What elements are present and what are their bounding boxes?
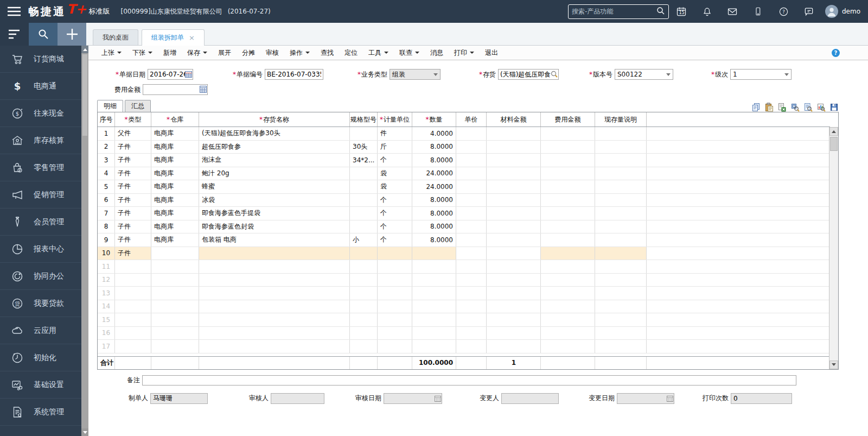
doc-preview-icon[interactable]	[803, 103, 813, 112]
toolbar-item-8[interactable]: 操作	[284, 48, 315, 58]
cell-col10[interactable]	[541, 220, 595, 233]
cell-col11[interactable]	[595, 167, 647, 180]
batch-lookup-icon[interactable]	[790, 103, 800, 112]
cell-qty[interactable]: 8.0000	[412, 220, 456, 233]
global-search-input[interactable]	[572, 8, 656, 15]
cell-seq[interactable]: 2	[98, 141, 115, 154]
cell-seq[interactable]: 10	[98, 247, 115, 260]
sidebar-item-settings[interactable]: 基础设置	[0, 371, 81, 399]
toolbar-item-10[interactable]: 定位	[339, 48, 363, 58]
toolbar-item-15[interactable]: 退出	[480, 48, 503, 58]
cell-unit[interactable]: 袋	[378, 167, 412, 180]
doc-number-input[interactable]	[265, 69, 323, 80]
cell-warehouse[interactable]: 电商库	[151, 233, 199, 247]
cell-col9[interactable]	[487, 127, 541, 140]
cell-seq[interactable]: 5	[98, 180, 115, 193]
cell-type[interactable]: 子件	[115, 194, 151, 207]
scroll-down-icon[interactable]	[829, 361, 838, 369]
cell-qty[interactable]: 8.0000	[412, 207, 456, 220]
cell-unit[interactable]: 个	[378, 233, 412, 247]
cell-warehouse[interactable]: 电商库	[151, 180, 199, 193]
cell-col10[interactable]	[541, 127, 595, 140]
calendar-icon[interactable]: 15	[669, 6, 694, 17]
cell-col10[interactable]	[541, 207, 595, 220]
inventory-input[interactable]	[498, 69, 559, 80]
toolbar-item-14[interactable]: 打印	[449, 48, 480, 58]
scroll-up-icon[interactable]	[81, 46, 88, 53]
scroll-up-icon[interactable]	[829, 127, 838, 136]
cell-col8[interactable]	[456, 127, 487, 140]
cell-col8[interactable]	[456, 154, 487, 167]
grid-scrollbar[interactable]	[829, 127, 838, 369]
cell-warehouse[interactable]: 电商库	[151, 127, 199, 140]
cell-seq[interactable]: 3	[98, 154, 115, 167]
tab-assembly-order[interactable]: 组装拆卸单 ×	[142, 29, 205, 46]
cell-type[interactable]: 子件	[115, 233, 151, 247]
cell-spec[interactable]: 小	[350, 233, 378, 247]
hamburger-menu-icon[interactable]	[0, 6, 28, 17]
sidebar-item-collaboration[interactable]: 协同办公	[0, 263, 81, 290]
cell-seq[interactable]: 6	[98, 194, 115, 207]
version-select[interactable]: S00122	[615, 69, 673, 80]
cell-col11[interactable]	[595, 141, 647, 154]
sidebar-item-ecommerce[interactable]: $电商通	[0, 73, 81, 100]
cell-qty[interactable]	[412, 247, 456, 260]
cell-type[interactable]: 子件	[115, 141, 151, 154]
cell-type[interactable]: 子件	[115, 207, 151, 220]
cell-type[interactable]: 子件	[115, 167, 151, 180]
cell-type[interactable]: 子件	[115, 180, 151, 193]
cell-name[interactable]: 超低压即食参	[199, 141, 350, 154]
cell-type[interactable]: 父件	[115, 127, 151, 140]
cell-unit[interactable]: 袋	[378, 180, 412, 193]
cell-warehouse[interactable]: 电商库	[151, 207, 199, 220]
cell-qty[interactable]: 8.0000	[412, 194, 456, 207]
cell-seq[interactable]: 1	[98, 127, 115, 140]
nav-search-icon[interactable]	[29, 23, 58, 46]
toolbar-item-1[interactable]: 上张	[96, 48, 127, 58]
cell-col9[interactable]	[487, 247, 541, 260]
cell-unit[interactable]: 个	[378, 154, 412, 167]
level-select[interactable]: 1	[730, 69, 792, 80]
cell-name[interactable]: 泡沫盒	[199, 154, 350, 167]
cell-qty[interactable]: 8.0000	[412, 154, 456, 167]
cell-col9[interactable]	[487, 207, 541, 220]
date-picker-icon[interactable]	[185, 71, 192, 79]
toolbar-item-9[interactable]: 查找	[315, 48, 339, 58]
mobile-icon[interactable]	[745, 6, 771, 17]
excel-export-icon[interactable]	[777, 103, 787, 112]
calculator-icon[interactable]	[200, 86, 207, 94]
cell-spec[interactable]: 34*2...	[350, 154, 378, 167]
cell-col10[interactable]	[541, 233, 595, 247]
cell-name[interactable]	[199, 247, 350, 260]
cell-name[interactable]: 即食海参蓝色手提袋	[199, 207, 350, 220]
cell-name[interactable]: 即食海参蓝色封袋	[199, 220, 350, 233]
feedback-chat-icon[interactable]	[796, 6, 822, 17]
cell-col11[interactable]	[595, 127, 647, 140]
cell-spec[interactable]	[350, 127, 378, 140]
chart-lookup-icon[interactable]	[816, 103, 826, 112]
toolbar-item-11[interactable]: 工具	[363, 48, 394, 58]
toolbar-item-12[interactable]: 联查	[394, 48, 425, 58]
cell-col10[interactable]	[541, 247, 595, 260]
scrollbar-thumb[interactable]	[82, 54, 87, 136]
cell-col11[interactable]	[595, 194, 647, 207]
sidebar-item-retail[interactable]: 零售管理	[0, 154, 81, 181]
sidebar-item-warehouse[interactable]: 库存核算	[0, 127, 81, 154]
cell-col9[interactable]	[487, 141, 541, 154]
cell-seq[interactable]: 8	[98, 220, 115, 233]
cell-unit[interactable]: 斤	[378, 141, 412, 154]
tab-summary[interactable]: 汇总	[125, 100, 151, 112]
cell-col9[interactable]	[487, 167, 541, 180]
mail-icon[interactable]	[720, 6, 745, 17]
toolbar-item-7[interactable]: 审核	[260, 48, 284, 58]
cell-col11[interactable]	[595, 247, 647, 260]
cell-col11[interactable]	[595, 233, 647, 247]
sidebar-item-promotion[interactable]: 促销管理	[0, 181, 81, 208]
sidebar-item-cart[interactable]: 订货商城	[0, 46, 81, 73]
cell-seq[interactable]: 7	[98, 207, 115, 220]
sidebar-item-init[interactable]: 初始化	[0, 344, 81, 371]
cell-unit[interactable]: 个	[378, 220, 412, 233]
cell-warehouse[interactable]: 电商库	[151, 220, 199, 233]
cell-seq[interactable]: 9	[98, 233, 115, 247]
cell-col9[interactable]	[487, 194, 541, 207]
